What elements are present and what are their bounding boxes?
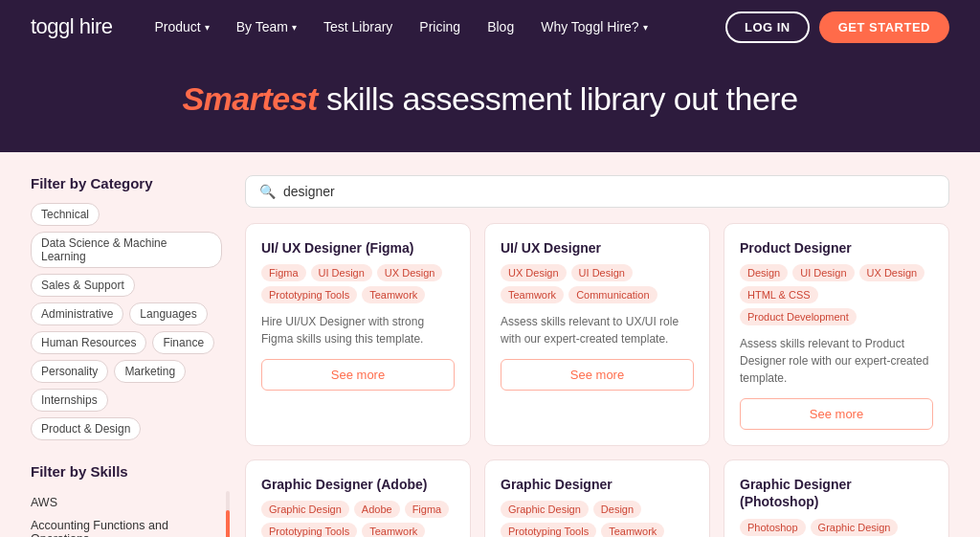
category-tag[interactable]: Personality [31,360,108,383]
card-tag[interactable]: UI Design [792,264,854,281]
card-tag[interactable]: Graphic Design [261,501,349,518]
card-tag[interactable]: UI Design [571,264,633,281]
search-icon: 🔍 [259,184,276,199]
card-tag[interactable]: Teamwork [501,286,564,303]
category-tag[interactable]: Technical [31,203,100,226]
sidebar: Filter by Category TechnicalData Science… [31,175,222,537]
card-tags: FigmaUI DesignUX DesignPrototyping Tools… [261,264,455,303]
card-tag[interactable]: Teamwork [362,286,425,303]
card-tag[interactable]: Product Development [740,308,857,325]
category-tag[interactable]: Sales & Support [31,274,135,297]
card-tag[interactable]: Graphic Design [501,501,589,518]
card-tags: Graphic DesignAdobeFigmaPrototyping Tool… [261,501,455,537]
category-tag[interactable]: Administrative [31,302,123,325]
card-tag[interactable]: Design [740,264,788,281]
nav-link-product[interactable]: Product▾ [144,13,221,40]
navbar: toggl hire Product▾By Team▾Test LibraryP… [0,0,980,54]
nav-actions: LOG IN GET STARTED [725,11,949,43]
category-filter-title: Filter by Category [31,175,222,191]
login-button[interactable]: LOG IN [725,11,810,43]
skills-list: AWSAccounting Functions and OperationsAc… [31,491,222,537]
category-tag[interactable]: Human Resources [31,331,146,354]
card-tag[interactable]: HTML & CSS [740,286,818,303]
nav-link-why-toggl-hire?[interactable]: Why Toggl Hire?▾ [529,13,658,40]
card-tags: UX DesignUI DesignTeamworkCommunication [501,264,694,303]
see-more-button[interactable]: See more [261,359,455,391]
card-tag[interactable]: Photoshop [740,519,806,536]
scrollbar-thumb[interactable] [226,510,230,537]
card-tag[interactable]: UI Design [311,264,372,281]
card-tags: DesignUI DesignUX DesignHTML & CSSProduc… [740,264,933,325]
hero-smartest: Smartest [182,80,318,117]
card-tag[interactable]: Figma [261,264,306,281]
category-tag[interactable]: Finance [152,331,214,354]
card-tag[interactable]: Teamwork [601,523,664,537]
nav-links: Product▾By Team▾Test LibraryPricingBlogW… [144,13,718,40]
card-tags: PhotoshopGraphic DesignDesignCommunicati… [740,519,933,537]
category-tag[interactable]: Marketing [114,360,186,383]
hero-title: Smartest skills assessment library out t… [19,80,961,118]
logo[interactable]: toggl hire [31,14,113,39]
search-input[interactable] [283,184,935,199]
skill-item[interactable]: Accounting Functions and Operations [31,514,222,537]
cards-area: 🔍 UI/ UX Designer (Figma)FigmaUI DesignU… [245,175,949,537]
hero-rest: skills assessment library out there [318,80,798,117]
nav-link-by-team[interactable]: By Team▾ [225,13,308,40]
card-tag[interactable]: Prototyping Tools [501,523,596,537]
nav-link-pricing[interactable]: Pricing [408,13,472,40]
test-card: Product DesignerDesignUI DesignUX Design… [724,223,949,446]
card-title: UI/ UX Designer (Figma) [261,239,455,257]
test-card: Graphic DesignerGraphic DesignDesignProt… [484,459,710,537]
test-card: Graphic Designer (Adobe)Graphic DesignAd… [245,459,471,537]
card-tag[interactable]: Design [593,501,641,518]
nav-link-test-library[interactable]: Test Library [312,13,404,40]
logo-hire: hire [74,14,112,38]
card-tag[interactable]: UX Design [377,264,443,281]
card-title: Graphic Designer (Photoshop) [740,476,933,510]
card-tag[interactable]: Teamwork [362,523,425,537]
card-tag[interactable]: Prototyping Tools [261,523,357,537]
hero-section: Smartest skills assessment library out t… [0,54,980,152]
test-card: Graphic Designer (Photoshop)PhotoshopGra… [724,459,949,537]
card-tag[interactable]: Communication [568,286,657,303]
card-description: Assess skills relevant to Product Design… [740,335,933,387]
chevron-down-icon: ▾ [643,22,648,33]
card-tag[interactable]: Prototyping Tools [261,286,357,303]
test-card: UI/ UX DesignerUX DesignUI DesignTeamwor… [484,223,710,446]
category-tag[interactable]: Internships [31,389,108,412]
card-tag[interactable]: Adobe [354,501,400,518]
test-card: UI/ UX Designer (Figma)FigmaUI DesignUX … [245,223,471,446]
card-tag[interactable]: Figma [405,501,450,518]
card-tag[interactable]: UX Design [501,264,567,281]
card-title: Product Designer [740,239,933,257]
card-tags: Graphic DesignDesignPrototyping ToolsTea… [501,501,694,537]
category-tag[interactable]: Languages [129,302,207,325]
category-tag[interactable]: Data Science & Machine Learning [31,232,222,268]
card-tag[interactable]: UX Design [859,264,925,281]
chevron-down-icon: ▾ [292,22,297,33]
scrollbar-track [226,491,230,537]
card-title: UI/ UX Designer [501,239,694,257]
category-tags: TechnicalData Science & Machine Learning… [31,203,222,440]
card-tag[interactable]: Graphic Design [811,519,899,536]
card-description: Assess skills relevant to UX/UI role wit… [501,313,694,347]
skill-item[interactable]: AWS [31,491,222,514]
nav-link-blog[interactable]: Blog [476,13,525,40]
see-more-button[interactable]: See more [501,359,694,391]
card-title: Graphic Designer (Adobe) [261,476,455,493]
main-content: Filter by Category TechnicalData Science… [0,152,980,537]
skills-filter-title: Filter by Skills [31,463,222,480]
card-title: Graphic Designer [501,476,694,493]
category-tag[interactable]: Product & Design [31,417,141,440]
card-description: Hire UI/UX Designer with strong Figma sk… [261,313,455,347]
chevron-down-icon: ▾ [205,22,210,33]
cards-grid: UI/ UX Designer (Figma)FigmaUI DesignUX … [245,223,949,537]
logo-toggl: toggl [31,14,74,38]
see-more-button[interactable]: See more [740,398,933,430]
search-bar: 🔍 [245,175,949,208]
get-started-button[interactable]: GET STARTED [819,11,949,43]
